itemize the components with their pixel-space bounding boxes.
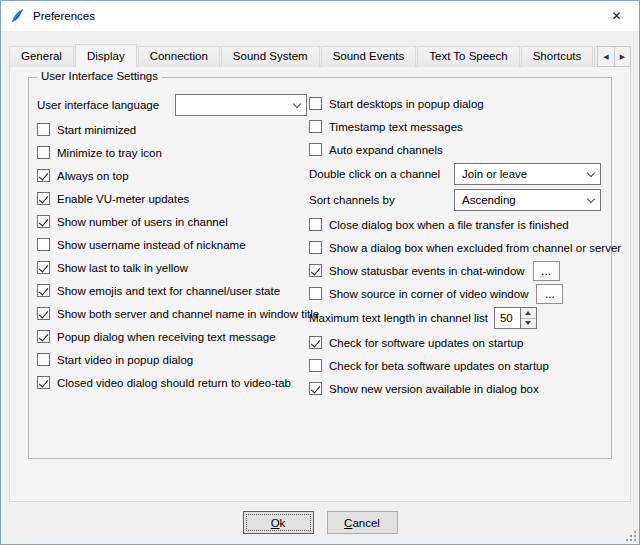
preferences-dialog: Preferences ✕ General Display Connection…: [0, 0, 640, 545]
checkbox-label[interactable]: Check for beta software updates on start…: [329, 360, 549, 372]
checkbox-label[interactable]: Close dialog box when a file transfer is…: [329, 219, 569, 231]
checkbox-label[interactable]: Show statusbar events in chat-window: [329, 265, 525, 277]
checkbox[interactable]: [37, 307, 50, 320]
title-bar: Preferences ✕: [1, 1, 639, 31]
checkbox-label[interactable]: Popup dialog when receiving text message: [57, 331, 276, 343]
checkbox[interactable]: [309, 218, 322, 231]
checkbox[interactable]: [309, 382, 322, 395]
checkbox-label[interactable]: Show number of users in channel: [57, 216, 228, 228]
checkbox-label[interactable]: Show a dialog box when excluded from cha…: [329, 242, 621, 254]
tab-text-to-speech[interactable]: Text To Speech: [417, 46, 519, 67]
double-click-combobox-value: Join or leave: [462, 168, 581, 180]
resize-grip[interactable]: [625, 530, 637, 542]
spinner-buttons: [521, 307, 537, 329]
checkbox-row-popup-text-message: Popup dialog when receiving text message: [37, 325, 309, 348]
checkbox-label[interactable]: Show both server and channel name in win…: [57, 308, 319, 320]
checkbox[interactable]: [37, 146, 50, 159]
checkbox-row-video-popup: Start video in popup dialog: [37, 348, 309, 371]
spinner-down-button[interactable]: [521, 319, 536, 329]
checkbox[interactable]: [37, 284, 50, 297]
app-icon: [10, 8, 26, 24]
dialog-footer: Ok Cancel: [1, 511, 639, 534]
checkbox[interactable]: [37, 123, 50, 136]
statusbar-events-options-button[interactable]: ...: [533, 261, 560, 281]
checkbox-label[interactable]: Show new version available in dialog box: [329, 383, 539, 395]
checkbox[interactable]: [37, 376, 50, 389]
spinner-value[interactable]: 50: [494, 307, 521, 329]
checkbox[interactable]: [309, 143, 322, 156]
checkbox[interactable]: [309, 97, 322, 110]
checkbox-label[interactable]: Auto expand channels: [329, 144, 443, 156]
checkbox[interactable]: [37, 169, 50, 182]
checkbox[interactable]: [37, 353, 50, 366]
sort-channels-combobox[interactable]: Ascending: [454, 189, 601, 211]
checkbox[interactable]: [309, 287, 322, 300]
checkbox[interactable]: [37, 192, 50, 205]
tab-general[interactable]: General: [9, 46, 74, 67]
checkbox[interactable]: [309, 336, 322, 349]
checkbox-label[interactable]: Show emojis and text for channel/user st…: [57, 285, 280, 297]
checkbox-label[interactable]: Always on top: [57, 170, 129, 182]
checkbox-row-software-updates: Check for software updates on startup: [309, 331, 603, 354]
sort-channels-label: Sort channels by: [309, 194, 395, 206]
checkbox-row-last-to-talk: Show last to talk in yellow: [37, 256, 309, 279]
checkbox[interactable]: [309, 264, 322, 277]
max-text-length-spinner[interactable]: 50: [494, 307, 537, 329]
close-button[interactable]: ✕: [594, 1, 639, 31]
checkbox-label[interactable]: Timestamp text messages: [329, 121, 463, 133]
tab-sound-events[interactable]: Sound Events: [321, 46, 417, 67]
checkbox[interactable]: [309, 241, 322, 254]
ellipsis-icon: ...: [541, 264, 551, 278]
checkbox-label[interactable]: Check for software updates on startup: [329, 337, 523, 349]
checkbox-label[interactable]: Start desktops in popup dialog: [329, 98, 484, 110]
checkbox-row-excluded-dialog: Show a dialog box when excluded from cha…: [309, 236, 603, 259]
checkbox-label[interactable]: Start minimized: [57, 124, 136, 136]
checkbox-row-vu-meter: Enable VU-meter updates: [37, 187, 309, 210]
language-combobox[interactable]: [175, 94, 307, 116]
checkbox[interactable]: [37, 215, 50, 228]
checkbox-label[interactable]: Enable VU-meter updates: [57, 193, 189, 205]
tab-page-display: User Interface Settings User interface l…: [9, 66, 631, 502]
double-click-combobox[interactable]: Join or leave: [454, 163, 601, 185]
checkbox[interactable]: [309, 120, 322, 133]
video-source-options-button[interactable]: ...: [536, 284, 563, 304]
tab-scroll-control: ◀ ▶: [597, 46, 631, 67]
checkbox-label[interactable]: Show source in corner of video window: [329, 288, 528, 300]
checkbox-label[interactable]: Start video in popup dialog: [57, 354, 193, 366]
checkbox-row-always-on-top: Always on top: [37, 164, 309, 187]
ok-button[interactable]: Ok: [243, 511, 314, 534]
cancel-button[interactable]: Cancel: [327, 511, 398, 534]
tab-display[interactable]: Display: [75, 44, 137, 67]
tab-scroll-right-button[interactable]: ▶: [614, 47, 630, 66]
spinner-up-button[interactable]: [521, 308, 536, 319]
checkbox-row-username-instead: Show username instead of nickname: [37, 233, 309, 256]
chevron-down-icon: [581, 164, 600, 184]
checkbox[interactable]: [37, 238, 50, 251]
checkbox-label[interactable]: Minimize to tray icon: [57, 147, 162, 159]
sort-channels-row: Sort channels by Ascending: [309, 187, 603, 213]
checkbox-row-video-return-tab: Closed video dialog should return to vid…: [37, 371, 309, 394]
checkbox-row-start-minimized: Start minimized: [37, 118, 309, 141]
checkbox-label[interactable]: Closed video dialog should return to vid…: [57, 377, 291, 389]
checkbox[interactable]: [309, 359, 322, 372]
left-arrow-icon: ◀: [603, 53, 608, 60]
checkbox[interactable]: [37, 330, 50, 343]
checkbox-row-auto-expand: Auto expand channels: [309, 138, 603, 161]
checkbox-row-beta-updates: Check for beta software updates on start…: [309, 354, 603, 377]
checkbox-row-new-version-dialog: Show new version available in dialog box: [309, 377, 603, 400]
checkbox[interactable]: [37, 261, 50, 274]
tab-sound-system[interactable]: Sound System: [221, 46, 320, 67]
checkbox-row-timestamp: Timestamp text messages: [309, 115, 603, 138]
tab-scroll-left-button[interactable]: ◀: [598, 47, 614, 66]
window-title: Preferences: [33, 10, 95, 22]
dialog-content: General Display Connection Sound System …: [1, 44, 639, 502]
checkbox-label[interactable]: Show username instead of nickname: [57, 239, 246, 251]
checkbox-row-desktops-popup: Start desktops in popup dialog: [309, 92, 603, 115]
tab-bar: General Display Connection Sound System …: [9, 44, 631, 67]
tab-connection[interactable]: Connection: [138, 46, 220, 67]
statusbar-events-row: Show statusbar events in chat-window ...: [309, 259, 603, 282]
checkbox-label[interactable]: Show last to talk in yellow: [57, 262, 188, 274]
up-arrow-icon: [525, 311, 531, 315]
tab-shortcuts[interactable]: Shortcuts: [521, 46, 594, 67]
checkbox-row-emojis: Show emojis and text for channel/user st…: [37, 279, 309, 302]
